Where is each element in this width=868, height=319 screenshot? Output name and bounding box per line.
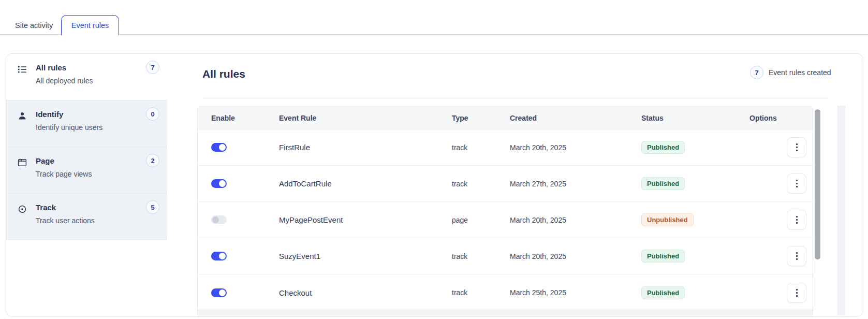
enable-toggle[interactable] <box>211 288 227 297</box>
table-row: SuzyEvent1 track March 20th, 2025 Publis… <box>198 238 813 274</box>
rule-types-sidebar: All rules All deployed rules 7 Identify … <box>6 54 167 240</box>
kebab-dot <box>796 292 798 294</box>
options-menu-button[interactable] <box>787 137 806 157</box>
kebab-dot <box>796 258 798 260</box>
tab-event-rules[interactable]: Event rules <box>61 15 119 35</box>
event-rule-type: track <box>452 180 510 188</box>
kebab-dot <box>796 143 798 145</box>
sidebar-item-all-rules[interactable]: All rules All deployed rules 7 <box>6 54 167 100</box>
event-rule-name: FirstRule <box>279 143 452 152</box>
status-badge: Published <box>641 141 685 154</box>
toggle-knob <box>219 144 226 151</box>
sidebar-item-page[interactable]: Page Track page views 2 <box>6 147 167 194</box>
column-header-created: Created <box>510 114 641 122</box>
options-menu-button[interactable] <box>787 210 806 230</box>
status-badge: Published <box>641 250 685 263</box>
column-header-type: Type <box>452 114 510 122</box>
sidebar-item-identify[interactable]: Identify Identify unique users 0 <box>6 100 167 147</box>
status-badge: Published <box>641 177 685 190</box>
options-menu-button[interactable] <box>787 283 806 303</box>
rules-count-badge: 7 <box>750 66 763 79</box>
kebab-dot <box>796 255 798 257</box>
event-rule-name: Checkout <box>279 288 452 297</box>
column-header-event-rule: Event Rule <box>279 114 452 122</box>
event-rule-created: March 20th, 2025 <box>510 252 641 260</box>
sidebar-item-track[interactable]: Track Track user actions 5 <box>6 194 167 240</box>
toggle-knob <box>219 289 226 296</box>
kebab-dot <box>796 147 798 148</box>
table-header-row: Enable Event Rule Type Created Status Op… <box>198 107 813 129</box>
tab-event-rules-label: Event rules <box>71 21 109 30</box>
event-rule-type: track <box>452 143 510 152</box>
count-badge: 2 <box>146 154 159 167</box>
count-badge: 5 <box>146 200 159 214</box>
kebab-dot <box>796 295 798 297</box>
kebab-dot <box>796 222 798 224</box>
toggle-knob <box>219 253 226 259</box>
kebab-dot <box>796 219 798 221</box>
count-badge: 7 <box>146 61 159 74</box>
toggle-knob <box>219 180 226 187</box>
event-rule-name: SuzyEvent1 <box>279 252 452 260</box>
enable-toggle[interactable] <box>211 143 227 152</box>
tab-site-activity-label: Site activity <box>15 21 53 30</box>
event-rule-created: March 25th, 2025 <box>510 288 641 297</box>
event-rule-created: March 20th, 2025 <box>510 143 641 152</box>
enable-toggle[interactable] <box>211 252 227 260</box>
toggle-knob <box>212 216 219 223</box>
options-menu-button[interactable] <box>787 246 806 266</box>
column-header-options: Options <box>749 114 813 122</box>
table-row: FirstRule track March 20th, 2025 Publish… <box>198 129 813 166</box>
table-row: AddToCartRule track March 27th, 2025 Pub… <box>198 166 813 202</box>
event-rule-name: AddToCartRule <box>279 179 452 188</box>
column-header-enable: Enable <box>198 114 279 122</box>
event-rule-created: March 27th, 2025 <box>510 180 641 188</box>
kebab-dot <box>796 289 798 291</box>
table-row: Checkout track March 25th, 2025 Publishe… <box>198 274 813 311</box>
kebab-dot <box>796 216 798 218</box>
kebab-dot <box>796 186 798 187</box>
column-header-status: Status <box>641 114 749 122</box>
event-rule-name: MyPagePostEvent <box>279 215 452 224</box>
status-badge: Unpublished <box>641 213 694 226</box>
event-rule-type: track <box>452 288 510 297</box>
rules-summary: 7 Event rules created <box>750 66 831 79</box>
app-window: Site activity Event rules All rules All … <box>0 0 868 319</box>
target-icon <box>18 205 27 214</box>
panel-scrollbar-track[interactable] <box>837 106 845 315</box>
kebab-dot <box>796 180 798 181</box>
tab-bar: Site activity Event rules <box>0 0 868 35</box>
rules-count-label: Event rules created <box>769 68 831 77</box>
table-scrollbar-thumb[interactable] <box>815 109 820 259</box>
content-card: All rules All deployed rules 7 Identify … <box>6 53 863 317</box>
page-title: All rules <box>202 68 245 80</box>
event-rule-type: page <box>452 216 510 224</box>
list-icon <box>18 65 27 74</box>
count-badge: 0 <box>146 107 159 121</box>
event-rule-type: track <box>452 252 510 260</box>
person-icon <box>18 111 27 121</box>
horizontal-scrollbar-track[interactable] <box>198 310 813 316</box>
event-rule-created: March 20th, 2025 <box>510 216 641 224</box>
table-row: MyPagePostEvent page March 20th, 2025 Un… <box>198 202 813 238</box>
options-menu-button[interactable] <box>787 173 806 194</box>
kebab-dot <box>796 252 798 254</box>
window-icon <box>18 158 27 167</box>
enable-toggle[interactable] <box>211 215 227 224</box>
header-divider <box>202 98 829 98</box>
kebab-dot <box>796 150 798 151</box>
table-body: FirstRule track March 20th, 2025 Publish… <box>198 129 813 311</box>
kebab-dot <box>796 183 798 184</box>
status-badge: Published <box>641 286 685 299</box>
enable-toggle[interactable] <box>211 179 227 188</box>
tab-site-activity[interactable]: Site activity <box>9 16 58 35</box>
event-rules-table: Enable Event Rule Type Created Status Op… <box>197 107 813 317</box>
